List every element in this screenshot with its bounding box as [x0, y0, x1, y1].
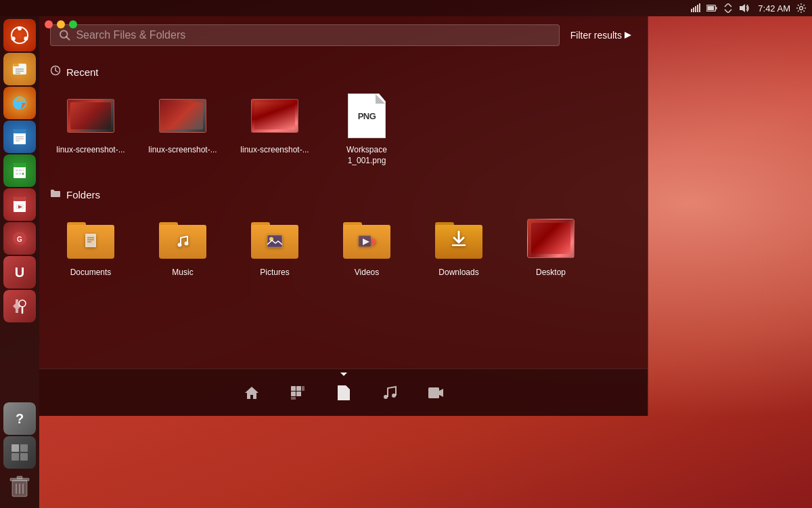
close-button[interactable]	[45, 20, 53, 28]
launcher-item-ubuntu[interactable]	[3, 19, 36, 51]
volume-icon[interactable]	[739, 3, 750, 14]
svg-rect-28	[19, 169, 22, 171]
writer-icon	[3, 121, 36, 153]
svg-rect-6	[708, 6, 715, 10]
network-toggle-icon[interactable]	[723, 3, 734, 14]
folders-label: Folders	[66, 189, 100, 200]
folder-item-desktop[interactable]: Desktop	[510, 209, 591, 284]
launcher-item-firefox[interactable]	[3, 87, 36, 119]
svg-rect-29	[22, 169, 24, 171]
launcher-item-files[interactable]	[3, 53, 36, 85]
launcher-item-trash[interactable]	[3, 470, 36, 503]
launcher-item-impress[interactable]	[3, 188, 36, 221]
svg-rect-40	[12, 444, 19, 452]
screenshot2-icon	[159, 92, 206, 140]
bottom-icon-video[interactable]	[424, 381, 448, 405]
launcher-item-uone[interactable]: U	[3, 256, 36, 289]
maximize-button[interactable]	[69, 20, 77, 28]
downloads-folder-icon	[435, 215, 482, 262]
svg-point-72	[384, 395, 388, 399]
tray-area: 7:42 AM	[690, 3, 807, 14]
music-folder-icon	[159, 215, 206, 262]
battery-icon[interactable]	[706, 3, 717, 14]
svg-rect-1	[693, 7, 694, 12]
minimize-button[interactable]	[57, 20, 65, 28]
dash-bottom-bar	[39, 368, 648, 416]
pictures-folder-icon	[251, 215, 298, 262]
svg-point-11	[18, 26, 22, 30]
svg-rect-15	[13, 64, 19, 66]
launcher: G U ?	[0, 16, 39, 508]
search-input[interactable]	[76, 29, 550, 41]
bottom-icon-music[interactable]	[378, 381, 402, 405]
launcher-item-writer[interactable]	[3, 121, 36, 153]
videos-label: Videos	[355, 268, 379, 278]
bottom-icon-home[interactable]	[240, 381, 264, 405]
documents-label: Documents	[70, 268, 112, 278]
trash-icon	[3, 470, 36, 503]
dash-content: Recent linux-screenshot-...	[39, 54, 648, 368]
svg-rect-7	[716, 7, 717, 9]
settings-icon[interactable]	[796, 3, 807, 14]
folder-item-videos[interactable]: Videos	[326, 209, 407, 284]
tools-icon	[3, 290, 36, 322]
recent-icon	[50, 65, 61, 79]
svg-rect-32	[22, 173, 24, 175]
folder-item-music[interactable]: Music	[142, 209, 223, 284]
window-controls	[39, 16, 83, 33]
documents-folder-icon	[67, 215, 114, 262]
launcher-item-workspace[interactable]	[3, 436, 36, 469]
folder-item-pictures[interactable]: Pictures	[234, 209, 315, 284]
desktop: 7:42 AM	[0, 0, 812, 508]
pictures-label: Pictures	[260, 268, 289, 278]
svg-rect-31	[19, 173, 22, 175]
svg-point-12	[24, 37, 28, 41]
recent-item-screenshot2[interactable]: linux-screenshot-...	[142, 87, 223, 171]
search-bar: Filter results	[39, 16, 648, 54]
filter-arrow-icon	[625, 32, 631, 39]
music-label: Music	[172, 268, 193, 278]
svg-rect-34	[14, 197, 26, 201]
network-icon[interactable]	[690, 3, 701, 14]
bottom-icon-apps[interactable]	[286, 381, 310, 405]
recent-item-png[interactable]: PNG Workspace 1_001.png	[326, 87, 407, 171]
png-icon-container: PNG	[343, 92, 390, 140]
svg-rect-46	[17, 476, 22, 479]
svg-rect-27	[16, 169, 18, 171]
launcher-item-help[interactable]: ?	[3, 402, 36, 435]
svg-point-73	[392, 394, 396, 398]
svg-rect-71	[291, 397, 296, 400]
folders-section-header: Folders	[50, 188, 637, 201]
recent-label: Recent	[66, 66, 99, 78]
folder-item-documents[interactable]: Documents	[50, 209, 131, 284]
files-icon	[3, 53, 36, 85]
bottom-icon-files[interactable]	[332, 381, 356, 405]
svg-rect-70	[296, 391, 301, 396]
svg-rect-21	[14, 129, 26, 133]
svg-rect-4	[699, 3, 700, 12]
svg-rect-69	[291, 391, 296, 396]
recent-item-screenshot3[interactable]: linux-screenshot-...	[234, 87, 315, 171]
svg-rect-67	[296, 386, 301, 391]
folders-icon	[50, 188, 61, 201]
svg-point-59	[185, 242, 189, 246]
svg-rect-26	[14, 163, 26, 167]
png-label: Workspace 1_001.png	[332, 145, 402, 166]
recent-item-screenshot1[interactable]: linux-screenshot-...	[50, 87, 131, 171]
screenshot1-icon	[67, 92, 114, 140]
svg-rect-54	[85, 234, 96, 247]
launcher-item-calc[interactable]	[3, 154, 36, 187]
svg-rect-0	[691, 9, 692, 12]
svg-text:G: G	[17, 236, 22, 243]
launcher-item-gimp[interactable]: G	[3, 222, 36, 255]
search-input-container[interactable]	[50, 24, 560, 46]
filter-results-button[interactable]: Filter results	[565, 27, 637, 43]
svg-rect-43	[20, 453, 28, 461]
svg-point-13	[12, 37, 16, 41]
recent-items-grid: linux-screenshot-... linux-screenshot-..…	[50, 87, 637, 171]
launcher-item-tools[interactable]	[3, 290, 36, 322]
help-icon: ?	[3, 402, 36, 435]
downloads-label: Downloads	[438, 268, 478, 278]
top-panel: 7:42 AM	[0, 0, 812, 16]
folder-item-downloads[interactable]: Downloads	[418, 209, 499, 284]
